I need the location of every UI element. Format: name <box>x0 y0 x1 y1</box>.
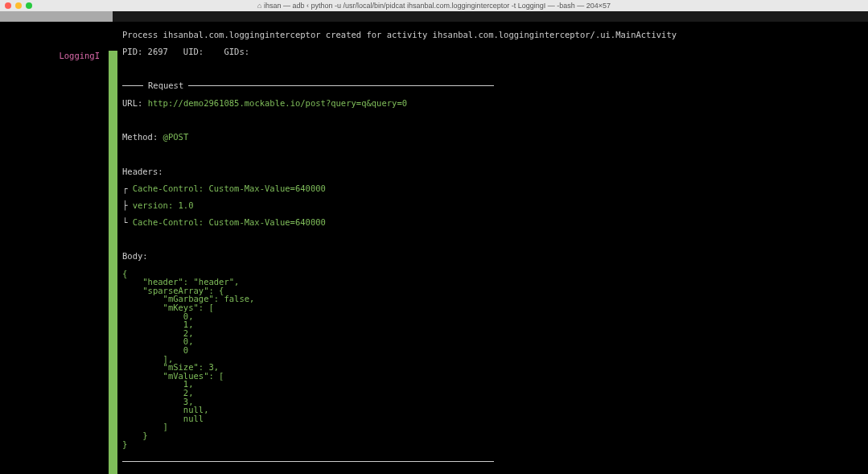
terminal-area[interactable]: LoggingI Process ihsanbal.com.loggingint… <box>0 22 868 474</box>
window-title: ⌂ ihsan — adb ‹ python -u /usr/local/bin… <box>5 2 863 10</box>
request-header-2: └ Cache-Control: Custom-Max-Value=640000 <box>122 218 868 227</box>
log-tag: LoggingI <box>59 51 100 60</box>
traffic-lights <box>5 2 32 9</box>
process-line1: Process ihsanbal.com.logginginterceptor … <box>122 31 868 39</box>
request-method: Method: @POST <box>122 133 868 142</box>
request-headers-label: Headers: <box>122 167 868 176</box>
severity-bar <box>109 51 117 474</box>
home-icon: ⌂ <box>257 2 261 10</box>
maximize-icon[interactable] <box>26 2 32 9</box>
tab-strip <box>0 11 868 22</box>
request-section-footer <box>122 457 868 466</box>
request-method-value: @POST <box>163 132 189 142</box>
log-content: Process ihsanbal.com.logginginterceptor … <box>117 22 868 474</box>
request-header-1: ├ version: 1.0 <box>122 201 868 210</box>
window-titlebar: ⌂ ihsan — adb ‹ python -u /usr/local/bin… <box>0 0 868 11</box>
request-url-value: http://demo2961085.mockable.io/post?quer… <box>148 98 407 108</box>
process-line2: PID: 2697 UID: GIDs: <box>122 47 868 56</box>
minimize-icon[interactable] <box>15 2 22 9</box>
request-url: URL: http://demo2961085.mockable.io/post… <box>122 99 868 108</box>
request-body: { "header": "header", "sparseArray": { "… <box>122 270 868 448</box>
request-body-label: Body: <box>122 252 868 261</box>
gutter: LoggingI <box>0 22 109 474</box>
request-section-header: Request <box>122 81 868 90</box>
window-title-text: ihsan — adb ‹ python -u /usr/local/bin/p… <box>264 2 611 10</box>
close-icon[interactable] <box>5 2 11 9</box>
request-header-0: ┌ Cache-Control: Custom-Max-Value=640000 <box>122 184 868 193</box>
active-tab[interactable] <box>0 11 113 22</box>
request-label: Request <box>148 81 183 90</box>
